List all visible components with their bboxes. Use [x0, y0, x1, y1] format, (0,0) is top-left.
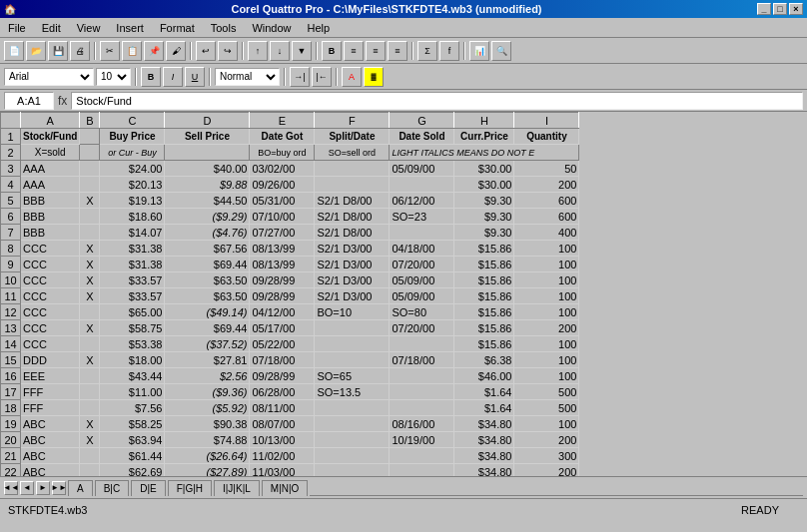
col-header-h[interactable]: H [454, 113, 514, 129]
cell-a22[interactable]: ABC [21, 464, 80, 477]
cell-i4[interactable]: 200 [514, 177, 579, 193]
cell-b15[interactable]: X [80, 352, 100, 368]
cell-e13[interactable]: 05/17/00 [250, 320, 315, 336]
cell-e20[interactable]: 10/13/00 [250, 432, 315, 448]
cell-a21[interactable]: ABC [21, 448, 80, 464]
cell-i22[interactable]: 200 [514, 464, 579, 477]
cell-g20[interactable]: 10/19/00 [390, 432, 454, 448]
align-center[interactable]: ≡ [366, 41, 386, 61]
cell-g22[interactable] [390, 464, 454, 477]
undo-button[interactable]: ↩ [196, 41, 216, 61]
bold-format-btn[interactable]: B [141, 67, 161, 87]
cell-e10[interactable]: 09/28/99 [250, 272, 315, 288]
sum-btn[interactable]: Σ [417, 41, 437, 61]
cell-g8[interactable]: 04/18/00 [390, 241, 454, 257]
cell-d10[interactable]: $63.50 [165, 272, 250, 288]
menu-help[interactable]: Help [300, 20, 339, 36]
cell-c22[interactable]: $62.69 [100, 464, 165, 477]
cell-h20[interactable]: $34.80 [454, 432, 514, 448]
cell-i16[interactable]: 100 [514, 368, 579, 384]
cell-i21[interactable]: 300 [514, 448, 579, 464]
cell-i8[interactable]: 100 [514, 241, 579, 257]
cell-b20[interactable]: X [80, 432, 100, 448]
cell-e19[interactable]: 08/07/00 [250, 416, 315, 432]
cell-f20[interactable] [315, 432, 390, 448]
header-curr-price[interactable]: Curr.Price [454, 129, 514, 145]
cell-f21[interactable] [315, 448, 390, 464]
cell-reference-input[interactable] [4, 92, 54, 110]
col-header-e[interactable]: E [250, 113, 315, 129]
cell-a11[interactable]: CCC [21, 288, 80, 304]
col-header-g[interactable]: G [390, 113, 454, 129]
cell-c12[interactable]: $65.00 [100, 304, 165, 320]
cell-g9[interactable]: 07/20/00 [390, 257, 454, 272]
col-header-b[interactable]: B [80, 113, 100, 129]
header-date-sold[interactable]: Date Sold [390, 129, 454, 145]
tab-nav-prev[interactable]: ◄ [20, 481, 34, 495]
filter-btn[interactable]: ▼ [292, 41, 312, 61]
cell-g5[interactable]: 06/12/00 [390, 193, 454, 209]
cell-c16[interactable]: $43.44 [100, 368, 165, 384]
cell-h13[interactable]: $15.86 [454, 320, 514, 336]
cell-i9[interactable]: 100 [514, 257, 579, 272]
cell-c15[interactable]: $18.00 [100, 352, 165, 368]
cell-h12[interactable]: $15.86 [454, 304, 514, 320]
cell-b9[interactable]: X [80, 257, 100, 272]
sort-asc[interactable]: ↑ [248, 41, 268, 61]
cell-e8[interactable]: 08/13/99 [250, 241, 315, 257]
cell-e18[interactable]: 08/11/00 [250, 400, 315, 416]
cell-g21[interactable] [390, 448, 454, 464]
cell-c20[interactable]: $63.94 [100, 432, 165, 448]
cell-d5[interactable]: $44.50 [165, 193, 250, 209]
cell-b10[interactable]: X [80, 272, 100, 288]
cell-e16[interactable]: 09/28/99 [250, 368, 315, 384]
fill-color-btn[interactable]: ▓ [364, 67, 384, 87]
tab-a[interactable]: A [68, 480, 93, 496]
cell-a17[interactable]: FFF [21, 384, 80, 400]
cell-i5[interactable]: 600 [514, 193, 579, 209]
format-painter[interactable]: 🖌 [166, 41, 186, 61]
cell-i17[interactable]: 500 [514, 384, 579, 400]
cell-a13[interactable]: CCC [21, 320, 80, 336]
cell-g3[interactable]: 05/09/00 [390, 161, 454, 177]
redo-button[interactable]: ↪ [218, 41, 238, 61]
cell-c5[interactable]: $19.13 [100, 193, 165, 209]
cell-g14[interactable] [390, 336, 454, 352]
cell-c8[interactable]: $31.38 [100, 241, 165, 257]
cell-b8[interactable]: X [80, 241, 100, 257]
cell-f14[interactable] [315, 336, 390, 352]
cell-d20[interactable]: $74.88 [165, 432, 250, 448]
func-btn[interactable]: f [439, 41, 459, 61]
chart-btn[interactable]: 📊 [469, 41, 489, 61]
cell-c14[interactable]: $53.38 [100, 336, 165, 352]
cell-c4[interactable]: $20.13 [100, 177, 165, 193]
text-color-btn[interactable]: A [342, 67, 362, 87]
cell-a19[interactable]: ABC [21, 416, 80, 432]
close-button[interactable]: × [789, 3, 803, 15]
cell-d8[interactable]: $67.56 [165, 241, 250, 257]
font-select[interactable]: Arial [4, 68, 94, 86]
cell-g12[interactable]: SO=80 [390, 304, 454, 320]
col-header-f[interactable]: F [315, 113, 390, 129]
cell-i13[interactable]: 200 [514, 320, 579, 336]
cell-g10[interactable]: 05/09/00 [390, 272, 454, 288]
cell-g18[interactable] [390, 400, 454, 416]
cell-f5[interactable]: S2/1 D8/00 [315, 193, 390, 209]
cell-h22[interactable]: $34.80 [454, 464, 514, 477]
cell-b4[interactable] [80, 177, 100, 193]
col-header-i[interactable]: I [514, 113, 579, 129]
cell-b11[interactable]: X [80, 288, 100, 304]
tab-nav-next[interactable]: ► [36, 481, 50, 495]
cell-e4[interactable]: 09/26/00 [250, 177, 315, 193]
cell-d16[interactable]: $2.56 [165, 368, 250, 384]
header-sell-price[interactable]: Sell Price [165, 129, 250, 145]
cell-g4[interactable] [390, 177, 454, 193]
cell-h11[interactable]: $15.86 [454, 288, 514, 304]
cell-a9[interactable]: CCC [21, 257, 80, 272]
cell-e12[interactable]: 04/12/00 [250, 304, 315, 320]
cell-f15[interactable] [315, 352, 390, 368]
cell-e6[interactable]: 07/10/00 [250, 209, 315, 225]
cell-b14[interactable] [80, 336, 100, 352]
header-quantity[interactable]: Quantity [514, 129, 579, 145]
cell-h5[interactable]: $9.30 [454, 193, 514, 209]
